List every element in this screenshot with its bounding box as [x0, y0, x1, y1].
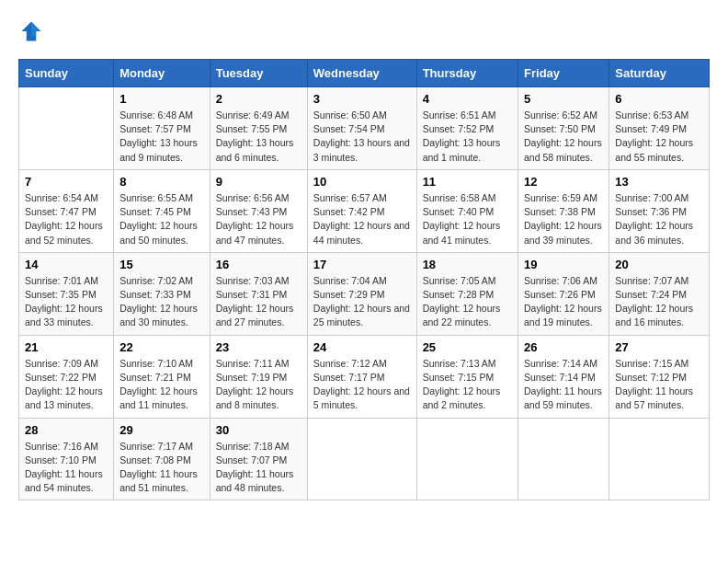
day-number: 1 [119, 92, 204, 106]
calendar-cell [518, 418, 609, 500]
day-number: 7 [25, 175, 108, 189]
day-info: Sunrise: 7:07 AMSunset: 7:24 PMDaylight:… [615, 274, 703, 330]
calendar-cell: 19Sunrise: 7:06 AMSunset: 7:26 PMDayligh… [518, 252, 609, 335]
day-number: 19 [524, 258, 603, 271]
day-number: 9 [216, 175, 301, 189]
day-info: Sunrise: 7:14 AMSunset: 7:14 PMDaylight:… [524, 357, 603, 413]
calendar-cell: 2Sunrise: 6:49 AMSunset: 7:55 PMDaylight… [210, 87, 307, 170]
day-info: Sunrise: 6:59 AMSunset: 7:38 PMDaylight:… [524, 191, 603, 247]
svg-marker-1 [31, 22, 41, 37]
day-number: 16 [216, 258, 301, 271]
calendar-cell: 11Sunrise: 6:58 AMSunset: 7:40 PMDayligh… [416, 169, 518, 252]
day-info: Sunrise: 7:09 AMSunset: 7:22 PMDaylight:… [25, 357, 108, 413]
day-number: 2 [216, 92, 301, 106]
day-info: Sunrise: 7:05 AMSunset: 7:28 PMDaylight:… [423, 274, 512, 330]
calendar-cell: 1Sunrise: 6:48 AMSunset: 7:57 PMDaylight… [114, 87, 210, 170]
calendar-cell: 20Sunrise: 7:07 AMSunset: 7:24 PMDayligh… [609, 252, 710, 335]
day-number: 29 [119, 423, 204, 437]
logo-icon [18, 18, 44, 44]
day-number: 13 [615, 175, 703, 189]
day-number: 10 [313, 175, 411, 189]
day-info: Sunrise: 7:06 AMSunset: 7:26 PMDaylight:… [524, 274, 603, 330]
day-info: Sunrise: 7:01 AMSunset: 7:35 PMDaylight:… [25, 274, 108, 330]
day-number: 11 [423, 175, 512, 189]
day-info: Sunrise: 7:15 AMSunset: 7:12 PMDaylight:… [615, 357, 703, 413]
calendar-cell: 5Sunrise: 6:52 AMSunset: 7:50 PMDaylight… [518, 87, 609, 170]
day-number: 20 [615, 258, 703, 271]
calendar-cell: 23Sunrise: 7:11 AMSunset: 7:19 PMDayligh… [210, 335, 307, 418]
calendar-cell [416, 418, 518, 500]
calendar-cell: 4Sunrise: 6:51 AMSunset: 7:52 PMDaylight… [416, 87, 518, 170]
day-number: 22 [119, 340, 204, 354]
day-header-friday: Friday [518, 60, 609, 87]
day-info: Sunrise: 6:56 AMSunset: 7:43 PMDaylight:… [216, 191, 301, 247]
day-info: Sunrise: 6:53 AMSunset: 7:49 PMDaylight:… [615, 109, 703, 165]
day-number: 30 [216, 423, 301, 437]
day-info: Sunrise: 7:18 AMSunset: 7:07 PMDaylight:… [216, 440, 301, 496]
day-header-monday: Monday [114, 60, 210, 87]
day-info: Sunrise: 6:54 AMSunset: 7:47 PMDaylight:… [25, 191, 108, 247]
day-header-sunday: Sunday [19, 60, 114, 87]
day-number: 23 [216, 340, 301, 354]
calendar-cell: 30Sunrise: 7:18 AMSunset: 7:07 PMDayligh… [210, 418, 307, 500]
calendar-cell: 3Sunrise: 6:50 AMSunset: 7:54 PMDaylight… [307, 87, 416, 170]
calendar-cell: 26Sunrise: 7:14 AMSunset: 7:14 PMDayligh… [518, 335, 609, 418]
calendar-header-row: SundayMondayTuesdayWednesdayThursdayFrid… [19, 60, 710, 87]
day-info: Sunrise: 7:03 AMSunset: 7:31 PMDaylight:… [216, 274, 301, 330]
day-number: 28 [25, 423, 108, 437]
day-header-thursday: Thursday [416, 60, 518, 87]
calendar-week-3: 14Sunrise: 7:01 AMSunset: 7:35 PMDayligh… [19, 252, 710, 335]
day-header-tuesday: Tuesday [210, 60, 307, 87]
day-info: Sunrise: 7:16 AMSunset: 7:10 PMDaylight:… [25, 440, 108, 496]
day-header-saturday: Saturday [609, 60, 710, 87]
day-info: Sunrise: 7:00 AMSunset: 7:36 PMDaylight:… [615, 191, 703, 247]
day-info: Sunrise: 7:10 AMSunset: 7:21 PMDaylight:… [119, 357, 204, 413]
day-number: 25 [423, 340, 512, 354]
day-info: Sunrise: 6:50 AMSunset: 7:54 PMDaylight:… [313, 109, 411, 165]
day-info: Sunrise: 7:17 AMSunset: 7:08 PMDaylight:… [119, 440, 204, 496]
calendar-cell: 24Sunrise: 7:12 AMSunset: 7:17 PMDayligh… [307, 335, 416, 418]
calendar-cell: 27Sunrise: 7:15 AMSunset: 7:12 PMDayligh… [609, 335, 710, 418]
day-info: Sunrise: 7:11 AMSunset: 7:19 PMDaylight:… [216, 357, 301, 413]
day-info: Sunrise: 7:12 AMSunset: 7:17 PMDaylight:… [313, 357, 411, 413]
calendar-week-5: 28Sunrise: 7:16 AMSunset: 7:10 PMDayligh… [19, 418, 710, 500]
calendar-cell: 14Sunrise: 7:01 AMSunset: 7:35 PMDayligh… [19, 252, 114, 335]
calendar-cell: 12Sunrise: 6:59 AMSunset: 7:38 PMDayligh… [518, 169, 609, 252]
calendar-cell: 18Sunrise: 7:05 AMSunset: 7:28 PMDayligh… [416, 252, 518, 335]
calendar-cell: 25Sunrise: 7:13 AMSunset: 7:15 PMDayligh… [416, 335, 518, 418]
day-info: Sunrise: 6:52 AMSunset: 7:50 PMDaylight:… [524, 109, 603, 165]
calendar-week-1: 1Sunrise: 6:48 AMSunset: 7:57 PMDaylight… [19, 87, 710, 170]
day-number: 3 [313, 92, 411, 106]
day-number: 12 [524, 175, 603, 189]
calendar-cell: 10Sunrise: 6:57 AMSunset: 7:42 PMDayligh… [307, 169, 416, 252]
day-info: Sunrise: 6:51 AMSunset: 7:52 PMDaylight:… [423, 109, 512, 165]
calendar-cell: 28Sunrise: 7:16 AMSunset: 7:10 PMDayligh… [19, 418, 114, 500]
day-number: 14 [25, 258, 108, 271]
calendar-cell: 15Sunrise: 7:02 AMSunset: 7:33 PMDayligh… [114, 252, 210, 335]
day-header-wednesday: Wednesday [307, 60, 416, 87]
calendar-week-4: 21Sunrise: 7:09 AMSunset: 7:22 PMDayligh… [19, 335, 710, 418]
calendar-cell [307, 418, 416, 500]
day-number: 18 [423, 258, 512, 271]
day-number: 6 [615, 92, 703, 106]
calendar-cell: 22Sunrise: 7:10 AMSunset: 7:21 PMDayligh… [114, 335, 210, 418]
day-info: Sunrise: 6:48 AMSunset: 7:57 PMDaylight:… [119, 109, 204, 165]
calendar-cell: 6Sunrise: 6:53 AMSunset: 7:49 PMDaylight… [609, 87, 710, 170]
calendar-cell: 29Sunrise: 7:17 AMSunset: 7:08 PMDayligh… [114, 418, 210, 500]
day-number: 21 [25, 340, 108, 354]
day-info: Sunrise: 7:02 AMSunset: 7:33 PMDaylight:… [119, 274, 204, 330]
day-info: Sunrise: 7:13 AMSunset: 7:15 PMDaylight:… [423, 357, 512, 413]
day-number: 17 [313, 258, 411, 271]
day-number: 4 [423, 92, 512, 106]
calendar-cell: 7Sunrise: 6:54 AMSunset: 7:47 PMDaylight… [19, 169, 114, 252]
calendar-cell: 17Sunrise: 7:04 AMSunset: 7:29 PMDayligh… [307, 252, 416, 335]
logo [18, 18, 48, 44]
day-number: 5 [524, 92, 603, 106]
day-info: Sunrise: 6:55 AMSunset: 7:45 PMDaylight:… [119, 191, 204, 247]
day-number: 8 [119, 175, 204, 189]
calendar-cell: 9Sunrise: 6:56 AMSunset: 7:43 PMDaylight… [210, 169, 307, 252]
day-number: 15 [119, 258, 204, 271]
calendar-cell: 8Sunrise: 6:55 AMSunset: 7:45 PMDaylight… [114, 169, 210, 252]
calendar-cell: 21Sunrise: 7:09 AMSunset: 7:22 PMDayligh… [19, 335, 114, 418]
calendar-cell: 16Sunrise: 7:03 AMSunset: 7:31 PMDayligh… [210, 252, 307, 335]
